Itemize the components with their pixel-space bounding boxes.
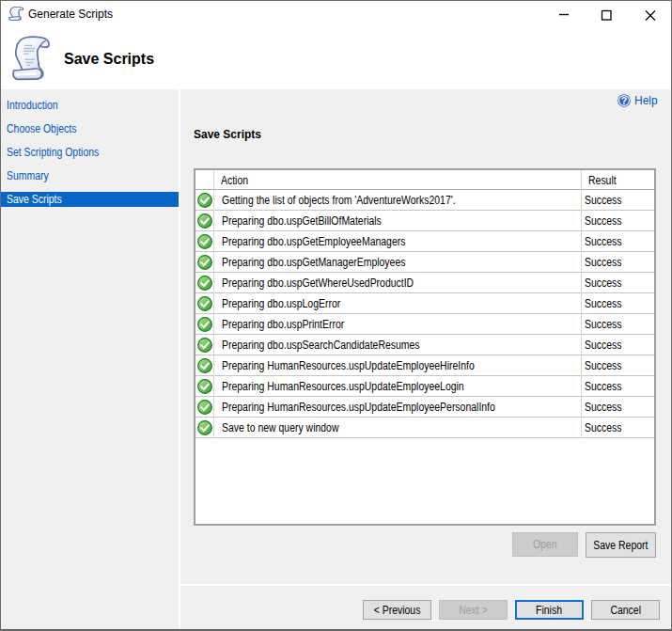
svg-text:?: ? <box>621 95 627 106</box>
